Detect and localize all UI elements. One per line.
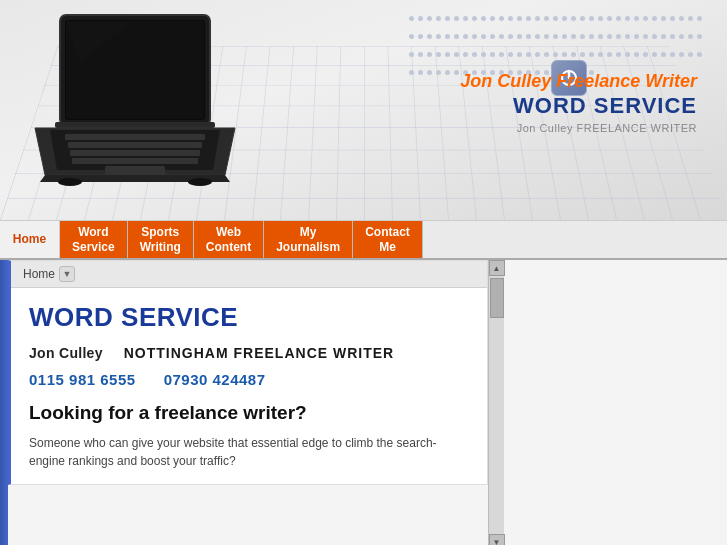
header-text: Jon Culley Freelance Writer WORD SERVICE… [460,70,697,134]
nav-item-contact-me[interactable]: ContactMe [353,221,423,258]
scroll-thumb[interactable] [490,278,504,318]
scroll-down-button[interactable]: ▼ [489,534,505,545]
content-with-scroll: Home ▼ WORD SERVICE Jon Culley NOTTINGHA… [8,260,504,545]
breadcrumb-icon[interactable]: ▼ [59,266,75,282]
phone-1: 0115 981 6555 [29,371,136,388]
site-subtitle: WORD SERVICE [460,93,697,119]
content-area: Home ▼ WORD SERVICE Jon Culley NOTTINGHA… [0,260,727,545]
breadcrumb-text: Home [23,267,55,281]
breadcrumb-bar: Home ▼ [11,261,487,288]
nav-item-web-content[interactable]: WebContent [194,221,264,258]
author-location: NOTTINGHAM FREELANCE WRITER [124,345,394,361]
scroll-up-button[interactable]: ▲ [489,260,505,276]
site-tagline: Jon Culley FREELANCE WRITER [460,122,697,134]
main-content: Home ▼ WORD SERVICE Jon Culley NOTTINGHA… [8,260,488,485]
svg-rect-8 [72,158,198,164]
svg-rect-9 [105,166,165,176]
content-inner: WORD SERVICE Jon Culley NOTTINGHAM FREEL… [11,288,487,484]
nav-item-sports-writing[interactable]: SportsWriting [128,221,194,258]
phone-2: 07930 424487 [164,371,266,388]
svg-rect-5 [65,134,205,140]
svg-rect-4 [55,122,215,128]
header-area: Jon Culley Freelance Writer WORD SERVICE… [0,0,727,220]
author-line: Jon Culley NOTTINGHAM FREELANCE WRITER [29,345,469,361]
dots-pattern [407,8,707,58]
tagline-heading: Looking for a freelance writer? [29,402,469,424]
nav-item-my-journalism[interactable]: MyJournalism [264,221,353,258]
nav-bar: Home WordService SportsWriting WebConten… [0,220,727,260]
svg-rect-6 [68,142,202,148]
main-content-wrap: Home ▼ WORD SERVICE Jon Culley NOTTINGHA… [8,260,488,545]
nav-item-word-service[interactable]: WordService [60,221,128,258]
nav-item-home[interactable]: Home [0,221,60,258]
page-wrapper: Jon Culley Freelance Writer WORD SERVICE… [0,0,727,545]
svg-rect-7 [70,150,200,156]
laptop-image [30,10,250,210]
site-title: Jon Culley Freelance Writer [460,70,697,93]
scroll-track [489,276,504,534]
svg-point-11 [188,178,212,186]
phone-line: 0115 981 6555 07930 424487 [29,371,469,388]
author-name: Jon Culley [29,345,103,361]
scrollbar-right: ▲ ▼ [488,260,504,545]
page-heading: WORD SERVICE [29,302,469,333]
body-text: Someone who can give your website that e… [29,434,469,470]
left-sidebar [0,260,8,545]
svg-point-10 [58,178,82,186]
